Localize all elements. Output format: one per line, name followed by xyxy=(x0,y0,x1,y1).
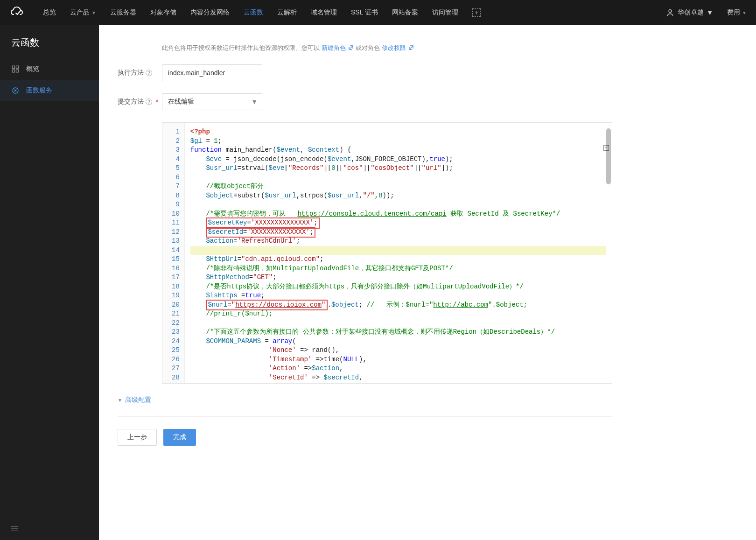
external-link-icon xyxy=(408,45,414,50)
editor-code[interactable]: <?php $gl = 1; function main_handler($ev… xyxy=(185,123,612,383)
help-icon[interactable]: ? xyxy=(146,98,152,105)
code-comment-link: https://console.cloud.tencent.com/capi xyxy=(297,210,446,217)
submit-method-label: 提交方法 ? * xyxy=(118,98,162,106)
topnav-add-button[interactable]: + xyxy=(472,8,481,17)
topnav-ssl[interactable]: SSL 证书 xyxy=(351,8,378,17)
external-link-icon xyxy=(348,45,354,50)
topbar-nav: 总览 云产品▼ 云服务器 对象存储 内容分发网络 云函数 云解析 域名管理 SS… xyxy=(43,8,665,17)
topnav-label: 内容分发网络 xyxy=(190,8,230,17)
sidebar-item-function-service[interactable]: 函数服务 xyxy=(0,80,99,101)
fee-menu[interactable]: 费用▼ xyxy=(727,8,747,17)
user-icon xyxy=(665,8,675,17)
code-comment: 获取 SecretId 及 $secretKey*/ xyxy=(447,210,560,217)
topnav-label: 云函数 xyxy=(244,8,263,17)
topnav-label: 网站备案 xyxy=(392,8,418,17)
exec-method-label: 执行方法 ? xyxy=(118,69,162,77)
svg-rect-2 xyxy=(16,66,19,68)
user-name: 华创卓越 xyxy=(678,8,704,17)
exec-method-input[interactable] xyxy=(162,64,262,81)
submit-method-row: 提交方法 ? * 在线编辑 ▼ xyxy=(118,93,612,110)
topnav-beian[interactable]: 网站备案 xyxy=(392,8,418,17)
topnav-label: 云产品 xyxy=(70,8,90,17)
role-hint-or: 或对角色 xyxy=(356,44,380,51)
chevron-down-icon: ▼ xyxy=(118,398,122,403)
topnav-cos[interactable]: 对象存储 xyxy=(150,8,176,17)
svg-rect-1 xyxy=(12,66,14,68)
select-value: 在线编辑 xyxy=(168,98,194,106)
function-icon xyxy=(11,86,20,95)
topnav-domain[interactable]: 域名管理 xyxy=(311,8,337,17)
sidebar-collapse[interactable] xyxy=(0,518,99,540)
topnav-label: 访问管理 xyxy=(432,8,458,17)
advanced-config-label: 高级配置 xyxy=(125,396,151,404)
help-icon[interactable]: ? xyxy=(146,70,152,76)
svg-rect-3 xyxy=(12,70,14,72)
chevron-down-icon: ▼ xyxy=(742,10,747,15)
footer-buttons: 上一步 完成 xyxy=(118,417,612,446)
chevron-down-icon: ▼ xyxy=(91,10,96,15)
topnav-cvm[interactable]: 云服务器 xyxy=(110,8,136,17)
fee-label: 费用 xyxy=(727,8,740,17)
required-mark: * xyxy=(156,98,158,105)
topnav-label: 对象存储 xyxy=(150,8,176,17)
advanced-config-toggle[interactable]: ▼ 高级配置 xyxy=(118,384,612,404)
topnav-label: 云服务器 xyxy=(110,8,136,17)
main: 此角色将用于授权函数运行时操作其他资源的权限。您可以 新建角色 或对角色 修改权… xyxy=(99,25,756,540)
topnav-label: 域名管理 xyxy=(311,8,337,17)
chevron-down-icon: ▼ xyxy=(707,9,713,16)
sidebar-item-label: 函数服务 xyxy=(26,86,52,95)
svg-point-0 xyxy=(669,10,672,13)
prev-button[interactable]: 上一步 xyxy=(118,429,157,446)
svg-rect-4 xyxy=(16,70,19,72)
label-text: 执行方法 xyxy=(118,69,144,77)
topnav-products[interactable]: 云产品▼ xyxy=(70,8,96,17)
done-button[interactable]: 完成 xyxy=(163,429,196,446)
topbar: 总览 云产品▼ 云服务器 对象存储 内容分发网络 云函数 云解析 域名管理 SS… xyxy=(0,0,756,25)
code-editor[interactable]: − 12345678910111213141516171819202122232… xyxy=(162,122,612,384)
sidebar-item-label: 概览 xyxy=(26,65,39,73)
dashboard-icon xyxy=(11,65,20,73)
submit-method-select[interactable]: 在线编辑 xyxy=(162,93,262,110)
button-label: 完成 xyxy=(173,433,186,442)
collapse-icon xyxy=(10,526,19,531)
button-label: 上一步 xyxy=(127,433,147,442)
role-hint: 此角色将用于授权函数运行时操作其他资源的权限。您可以 新建角色 或对角色 修改权… xyxy=(162,44,612,52)
topnav-label: 云解析 xyxy=(277,8,297,17)
exec-method-row: 执行方法 ? xyxy=(118,64,612,81)
topbar-right: 华创卓越 ▼ 费用▼ xyxy=(665,8,747,17)
topnav-cdn[interactable]: 内容分发网络 xyxy=(190,8,230,17)
sidebar-item-overview[interactable]: 概览 xyxy=(0,58,99,80)
new-role-label: 新建角色 xyxy=(322,44,346,51)
new-role-link[interactable]: 新建角色 xyxy=(322,44,356,51)
scrollbar[interactable] xyxy=(606,128,611,184)
topnav-label: 总览 xyxy=(43,8,56,17)
topnav-dns[interactable]: 云解析 xyxy=(277,8,297,17)
code-comment: /*需要填写您的密钥，可从 xyxy=(190,210,298,217)
editor-gutter: 1234567891011121314151617181920212223242… xyxy=(162,123,185,383)
topnav-label: SSL 证书 xyxy=(351,8,378,17)
user-menu[interactable]: 华创卓越 ▼ xyxy=(665,8,713,17)
topnav-scf[interactable]: 云函数 xyxy=(244,8,263,17)
sidebar: 云函数 概览 函数服务 xyxy=(0,25,99,540)
edit-perm-label: 修改权限 xyxy=(382,44,406,51)
edit-perm-link[interactable]: 修改权限 xyxy=(382,44,414,51)
code-string-link: https://docs.ioiox.com xyxy=(235,301,322,309)
cloud-logo[interactable] xyxy=(9,5,24,20)
topnav-cam[interactable]: 访问管理 xyxy=(432,8,458,17)
topnav-overview[interactable]: 总览 xyxy=(43,8,56,17)
code-comment-link: http://abc.com xyxy=(433,301,488,309)
label-text: 提交方法 xyxy=(118,98,144,106)
role-hint-text: 此角色将用于授权函数运行时操作其他资源的权限。您可以 xyxy=(162,44,320,51)
sidebar-title: 云函数 xyxy=(0,25,99,58)
